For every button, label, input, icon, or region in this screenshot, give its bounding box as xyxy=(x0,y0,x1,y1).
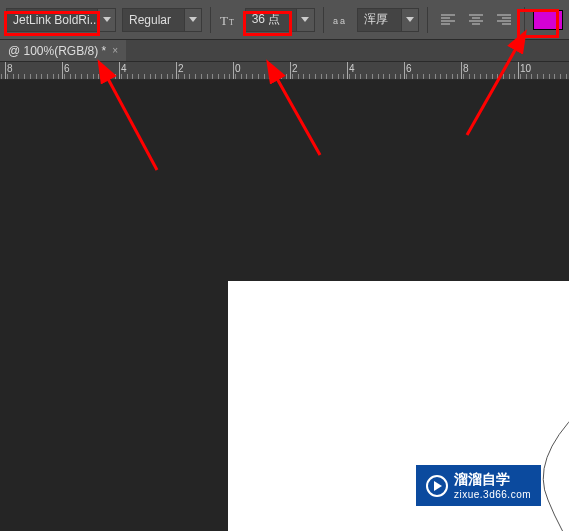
svg-text:a: a xyxy=(333,16,338,26)
watermark: 溜溜自学 zixue.3d66.com xyxy=(416,465,541,506)
play-icon xyxy=(426,475,448,497)
svg-marker-7 xyxy=(406,17,414,22)
svg-text:T: T xyxy=(220,13,228,27)
svg-marker-0 xyxy=(103,17,111,22)
text-color-button[interactable] xyxy=(533,8,563,32)
svg-text:a: a xyxy=(340,16,345,26)
align-right-button[interactable] xyxy=(492,8,516,32)
watermark-url: zixue.3d66.com xyxy=(454,489,531,500)
close-icon[interactable]: × xyxy=(112,45,118,56)
font-size-icon: T T xyxy=(219,8,239,32)
separator xyxy=(210,7,211,33)
font-size-value: 36 点 xyxy=(246,9,297,31)
font-family-value: JetLink BoldRi... xyxy=(7,9,97,31)
svg-text:T: T xyxy=(229,18,234,27)
ruler-tick-label: 4 xyxy=(349,63,355,74)
ruler-tick-label: 10 xyxy=(520,63,531,74)
separator xyxy=(323,7,324,33)
ruler-tick-label: 4 xyxy=(121,63,127,74)
svg-marker-4 xyxy=(301,17,309,22)
ruler-horizontal: 86420246810 xyxy=(0,62,569,80)
font-size-dropdown[interactable]: 36 点 xyxy=(245,8,315,32)
antialias-icon: a a xyxy=(332,8,352,32)
document-tab[interactable]: @ 100%(RGB/8) * × xyxy=(0,40,126,61)
tab-title: @ 100%(RGB/8) * xyxy=(8,44,106,58)
ruler-tick-label: 8 xyxy=(7,63,13,74)
font-style-value: Regular xyxy=(123,9,184,31)
ruler-tick-label: 2 xyxy=(292,63,298,74)
chevron-down-icon[interactable] xyxy=(97,9,115,31)
chevron-down-icon[interactable] xyxy=(401,9,418,31)
canvas-area[interactable]: 溜溜自学 zixue.3d66.com xyxy=(0,80,569,531)
antialias-dropdown[interactable]: 浑厚 xyxy=(357,8,419,32)
svg-marker-20 xyxy=(434,481,442,491)
svg-marker-1 xyxy=(189,17,197,22)
chevron-down-icon[interactable] xyxy=(296,9,313,31)
font-family-dropdown[interactable]: JetLink BoldRi... xyxy=(6,8,116,32)
color-swatch xyxy=(533,10,563,30)
ruler-tick-label: 8 xyxy=(463,63,469,74)
ruler-tick-label: 6 xyxy=(64,63,70,74)
ruler-tick-label: 0 xyxy=(235,63,241,74)
options-toolbar: JetLink BoldRi... Regular T T 36 点 a a 浑… xyxy=(0,0,569,40)
ruler-tick-label: 6 xyxy=(406,63,412,74)
separator xyxy=(427,7,428,33)
align-center-button[interactable] xyxy=(464,8,488,32)
font-style-dropdown[interactable]: Regular xyxy=(122,8,202,32)
watermark-brand: 溜溜自学 xyxy=(454,471,510,487)
document-tab-bar: @ 100%(RGB/8) * × xyxy=(0,40,569,62)
text-align-group xyxy=(436,8,516,32)
align-left-button[interactable] xyxy=(436,8,460,32)
separator xyxy=(524,7,525,33)
ruler-tick-label: 2 xyxy=(178,63,184,74)
chevron-down-icon[interactable] xyxy=(184,9,202,31)
antialias-value: 浑厚 xyxy=(358,9,401,31)
